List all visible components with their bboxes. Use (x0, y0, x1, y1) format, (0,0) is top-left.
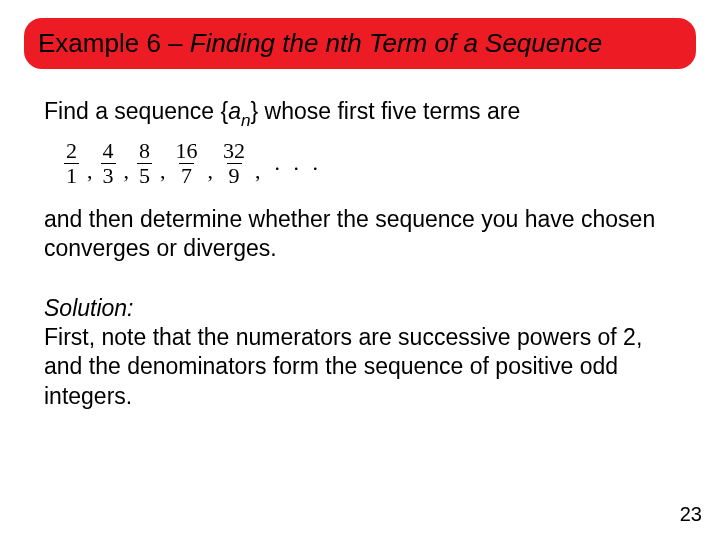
numerator: 16 (174, 140, 200, 163)
separator: , (208, 157, 214, 185)
sequence-variable: a (228, 98, 241, 124)
example-title: Example 6 – Finding the nth Term of a Se… (38, 28, 602, 58)
sequence-terms: 2 1 , 4 3 , 8 5 , 16 7 , 32 9 , . . . (64, 140, 676, 187)
numerator: 2 (64, 140, 79, 163)
page-number: 23 (680, 503, 702, 526)
fraction: 2 1 (64, 140, 79, 187)
separator: , (255, 157, 261, 185)
denominator: 3 (101, 163, 116, 187)
denominator: 1 (64, 163, 79, 187)
numerator: 4 (101, 140, 116, 163)
denominator: 9 (227, 163, 242, 187)
denominator: 7 (179, 163, 194, 187)
intro-text-before: Find a sequence { (44, 98, 228, 124)
intro-paragraph: Find a sequence {an} whose first five te… (44, 97, 676, 130)
numerator: 8 (137, 140, 152, 163)
example-title-italic: Finding the nth Term of a Sequence (190, 28, 602, 58)
fraction: 4 3 (101, 140, 116, 187)
fraction: 32 9 (221, 140, 247, 187)
intro-text-after: } whose first five terms are (251, 98, 521, 124)
ellipsis: . . . (269, 149, 323, 177)
denominator: 5 (137, 163, 152, 187)
fraction: 16 7 (174, 140, 200, 187)
example-title-prefix: Example 6 – (38, 28, 190, 58)
separator: , (124, 157, 130, 185)
sequence-subscript: n (241, 110, 251, 130)
question-paragraph: and then determine whether the sequence … (44, 205, 676, 264)
slide-content: Find a sequence {an} whose first five te… (0, 69, 720, 411)
numerator: 32 (221, 140, 247, 163)
solution-body: First, note that the numerators are succ… (44, 323, 676, 411)
separator: , (160, 157, 166, 185)
fraction: 8 5 (137, 140, 152, 187)
example-title-banner: Example 6 – Finding the nth Term of a Se… (24, 18, 696, 69)
separator: , (87, 157, 93, 185)
solution-heading: Solution: (44, 294, 676, 323)
